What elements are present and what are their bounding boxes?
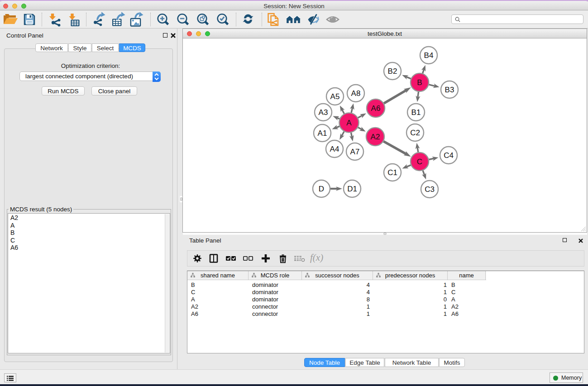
svg-text:A5: A5: [330, 92, 340, 101]
svg-text:C4: C4: [444, 151, 454, 160]
svg-text:B4: B4: [424, 51, 434, 60]
svg-text:B: B: [417, 78, 422, 87]
svg-text:D1: D1: [347, 185, 357, 193]
svg-text:A1: A1: [318, 129, 327, 138]
svg-text:C: C: [417, 157, 422, 166]
svg-text:A8: A8: [351, 89, 361, 98]
svg-text:A2: A2: [371, 133, 380, 141]
svg-text:B2: B2: [388, 67, 397, 76]
svg-text:A3: A3: [319, 108, 328, 117]
svg-text:C1: C1: [387, 168, 397, 177]
svg-text:A6: A6: [371, 104, 381, 113]
svg-text:A: A: [346, 119, 352, 127]
svg-text:C3: C3: [425, 185, 435, 194]
svg-text:C2: C2: [410, 129, 420, 137]
svg-text:D: D: [319, 185, 324, 193]
svg-text:B1: B1: [411, 108, 421, 117]
svg-text:A7: A7: [350, 148, 360, 156]
svg-text:A4: A4: [330, 145, 339, 153]
svg-text:B3: B3: [445, 86, 454, 94]
